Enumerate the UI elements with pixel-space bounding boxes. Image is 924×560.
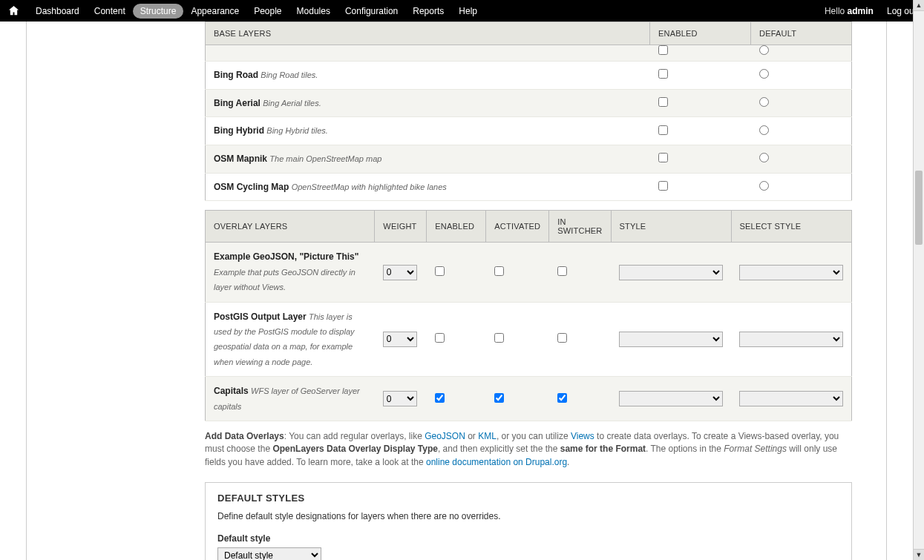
scroll-up-button[interactable]: ▲ xyxy=(914,0,924,11)
table-row: Bing Hybrid Bing Hybrid tiles. xyxy=(206,117,852,145)
enabled-checkbox[interactable] xyxy=(435,393,445,403)
layer-name: Capitals xyxy=(214,386,249,396)
enabled-checkbox[interactable] xyxy=(658,125,668,135)
add-data-overlays-help: Add Data Overlays: You can add regular o… xyxy=(205,430,852,469)
toolbar-item-content[interactable]: Content xyxy=(87,2,133,20)
layer-desc: The main OpenStreetMap map xyxy=(269,154,381,163)
default-radio[interactable] xyxy=(759,153,769,162)
admin-toolbar: DashboardContentStructureAppearancePeopl… xyxy=(0,0,924,22)
help-lead: Add Data Overlays xyxy=(205,431,284,441)
activated-checkbox[interactable] xyxy=(494,266,504,276)
activated-checkbox[interactable] xyxy=(494,333,504,343)
default-style-label: Default style xyxy=(217,533,839,544)
layer-desc: OpenStreetMap with highlighted bike lane… xyxy=(292,182,447,191)
layer-desc: Bing Aerial tiles. xyxy=(263,99,321,108)
hello-prefix: Hello xyxy=(825,6,848,16)
layer-name: PostGIS Output Layer xyxy=(214,312,307,322)
table-row: OSM Mapnik The main OpenStreetMap map xyxy=(206,145,852,174)
in-switcher-checkbox[interactable] xyxy=(557,333,567,343)
scroll-down-button[interactable]: ▼ xyxy=(914,549,924,560)
toolbar-item-dashboard[interactable]: Dashboard xyxy=(28,2,87,20)
link-kml[interactable]: KML xyxy=(478,431,497,441)
vertical-scrollbar[interactable]: ▲ ▼ xyxy=(913,0,924,560)
link-geojson[interactable]: GeoJSON xyxy=(425,431,465,441)
weight-select[interactable]: 0 xyxy=(383,332,417,347)
table-row: Example GeoJSON, "Picture This" Example … xyxy=(206,243,852,302)
help-bold-format: same for the Format xyxy=(560,444,646,454)
table-row: Capitals WFS layer of GeoServer layer ca… xyxy=(206,377,852,421)
overlay-header: IN SWITCHER xyxy=(549,211,611,243)
overlay-header: OVERLAY LAYERS xyxy=(206,211,375,243)
base-header-name: BASE LAYERS xyxy=(206,22,650,45)
enabled-checkbox[interactable] xyxy=(658,45,668,55)
toolbar-menu: DashboardContentStructureAppearancePeopl… xyxy=(28,2,485,20)
layer-name: Bing Road xyxy=(214,70,258,80)
table-row xyxy=(206,45,852,62)
style-select[interactable] xyxy=(619,332,723,347)
help-ital-format-settings: Format Settings xyxy=(724,444,787,454)
default-style-select[interactable]: Default style xyxy=(217,547,321,560)
overlay-header: STYLE xyxy=(611,211,731,243)
select-style-select[interactable] xyxy=(739,265,843,280)
toolbar-item-modules[interactable]: Modules xyxy=(289,2,338,20)
base-header-enabled: ENABLED xyxy=(650,22,751,45)
logout-link[interactable]: Log out xyxy=(887,6,917,16)
enabled-checkbox[interactable] xyxy=(435,266,445,276)
default-styles-fieldset: DEFAULT STYLES Define default style desi… xyxy=(205,482,852,560)
in-switcher-checkbox[interactable] xyxy=(557,393,567,403)
link-views[interactable]: Views xyxy=(571,431,594,441)
layer-name: Bing Hybrid xyxy=(214,125,264,136)
scroll-thumb[interactable] xyxy=(915,171,923,245)
overlay-header: SELECT STYLE xyxy=(731,211,852,243)
enabled-checkbox[interactable] xyxy=(658,97,668,107)
overlay-header: ENABLED xyxy=(427,211,486,243)
layer-desc: Bing Road tiles. xyxy=(261,70,318,79)
style-select[interactable] xyxy=(619,265,723,280)
layer-name: Bing Aerial xyxy=(214,98,261,108)
base-layers-table: BASE LAYERS ENABLED DEFAULT Bing Road Bi… xyxy=(205,22,852,201)
toolbar-item-reports[interactable]: Reports xyxy=(405,2,451,20)
home-icon[interactable] xyxy=(7,5,19,17)
table-row: Bing Road Bing Road tiles. xyxy=(206,62,852,90)
toolbar-item-people[interactable]: People xyxy=(246,2,289,20)
layer-name: OSM Mapnik xyxy=(214,154,267,164)
hello-user: Hello admin xyxy=(825,6,874,16)
default-radio[interactable] xyxy=(759,69,769,79)
toolbar-item-help[interactable]: Help xyxy=(451,2,485,20)
select-style-select[interactable] xyxy=(739,391,843,406)
base-header-default: DEFAULT xyxy=(751,22,852,45)
enabled-checkbox[interactable] xyxy=(658,69,668,79)
overlay-layers-table: OVERLAY LAYERSWEIGHTENABLEDACTIVATEDIN S… xyxy=(205,210,852,421)
toolbar-item-configuration[interactable]: Configuration xyxy=(338,2,405,20)
layer-desc: Example that puts GeoJSON directly in la… xyxy=(214,268,355,291)
table-row: Bing Aerial Bing Aerial tiles. xyxy=(206,89,852,117)
activated-checkbox[interactable] xyxy=(494,393,504,403)
default-styles-title: DEFAULT STYLES xyxy=(206,483,851,508)
default-radio[interactable] xyxy=(759,181,769,191)
layer-desc: Bing Hybrid tiles. xyxy=(266,126,328,135)
layer-name: OSM Cycling Map xyxy=(214,182,289,192)
overlay-header: WEIGHT xyxy=(375,211,427,243)
overlay-header: ACTIVATED xyxy=(486,211,549,243)
toolbar-item-structure[interactable]: Structure xyxy=(133,4,184,19)
default-radio[interactable] xyxy=(759,45,769,55)
enabled-checkbox[interactable] xyxy=(658,153,668,162)
username: admin xyxy=(848,6,874,16)
link-online-docs[interactable]: online documentation on Drupal.org xyxy=(426,457,567,467)
style-select[interactable] xyxy=(619,391,723,406)
default-styles-desc: Define default style designations for la… xyxy=(217,511,839,521)
table-row: PostGIS Output Layer This layer is used … xyxy=(206,302,852,377)
enabled-checkbox[interactable] xyxy=(658,181,668,191)
toolbar-item-appearance[interactable]: Appearance xyxy=(183,2,246,20)
toolbar-right: Hello admin Log out xyxy=(825,6,917,16)
default-radio[interactable] xyxy=(759,125,769,135)
enabled-checkbox[interactable] xyxy=(435,333,445,343)
layer-name: Example GeoJSON, "Picture This" xyxy=(214,251,358,262)
help-bold-display-type: OpenLayers Data Overlay Display Type xyxy=(272,444,438,454)
weight-select[interactable]: 0 xyxy=(383,391,417,406)
weight-select[interactable]: 0 xyxy=(383,265,417,280)
table-row: OSM Cycling Map OpenStreetMap with highl… xyxy=(206,173,852,201)
in-switcher-checkbox[interactable] xyxy=(557,266,567,276)
default-radio[interactable] xyxy=(759,97,769,107)
select-style-select[interactable] xyxy=(739,332,843,347)
